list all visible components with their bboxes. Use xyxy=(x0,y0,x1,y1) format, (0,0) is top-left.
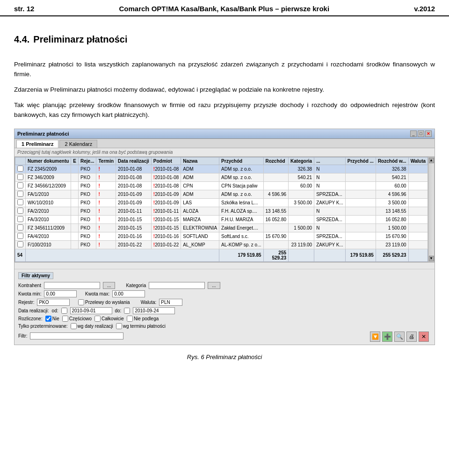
delete-icon-btn[interactable]: ✕ xyxy=(419,332,429,342)
row-rozchod xyxy=(289,207,314,215)
table-row: WK/10/2010 PKO ! 2010-01-09 !2010-01-09 … xyxy=(15,198,435,207)
col-dots[interactable]: ... xyxy=(314,157,346,165)
scroll-up-btn[interactable]: ▲ xyxy=(429,158,434,163)
row-dots xyxy=(345,215,376,224)
kwota-min-input[interactable] xyxy=(44,290,77,297)
row-data: !2010-01-08 xyxy=(151,173,181,181)
warning-icon: ! xyxy=(153,183,155,188)
nie-podlega-label-wrap: Nie podlega xyxy=(127,316,159,322)
row-checkbox-cell[interactable] xyxy=(15,165,26,173)
row-checkbox[interactable] xyxy=(17,199,23,205)
table-area: Numer dokumentu E Reje... Termin Data re… xyxy=(14,157,435,262)
wg-daty-checkbox[interactable] xyxy=(71,323,77,329)
nie-checkbox[interactable] xyxy=(45,316,51,322)
col-nazwa[interactable]: Nazwa xyxy=(181,157,219,165)
filtr-input[interactable] xyxy=(30,332,123,339)
col-przychod[interactable]: Przychód xyxy=(219,157,263,165)
row-przychod2: 15 670.90 xyxy=(376,232,408,240)
search-icon-btn[interactable]: 🔍 xyxy=(394,332,405,342)
row-checkbox[interactable] xyxy=(17,174,23,180)
kwota-max-input[interactable] xyxy=(112,290,145,297)
row-checkbox-cell[interactable] xyxy=(15,224,26,232)
row-rozchod2 xyxy=(408,181,427,190)
row-checkbox[interactable] xyxy=(17,191,23,197)
close-button[interactable]: ✕ xyxy=(425,130,432,137)
scroll-down-btn[interactable]: ▼ xyxy=(429,256,434,261)
row-checkbox-cell[interactable] xyxy=(15,240,26,249)
figure-caption: Rys. 6 Preliminarz płatności xyxy=(14,353,435,361)
minimize-button[interactable]: _ xyxy=(410,130,417,137)
row-checkbox[interactable] xyxy=(17,208,23,214)
row-checkbox[interactable] xyxy=(17,224,23,231)
col-data[interactable]: Data realizacji xyxy=(116,157,152,165)
row-kategoria: N xyxy=(314,173,346,181)
nie-podlega-checkbox[interactable] xyxy=(127,316,133,322)
od-input[interactable] xyxy=(70,307,112,314)
calkowicie-checkbox[interactable] xyxy=(94,316,101,322)
row-checkbox[interactable] xyxy=(17,182,23,188)
warning-icon: ! xyxy=(98,183,100,188)
row-kategoria: N xyxy=(314,165,346,173)
od-checkbox[interactable] xyxy=(61,308,67,314)
kategoria-btn[interactable]: ... xyxy=(208,282,220,289)
wg-daty-label: wg daty realizacji xyxy=(78,324,113,329)
col-numer[interactable]: Numer dokumentu xyxy=(26,157,71,165)
print-icon-btn[interactable]: 🖨 xyxy=(406,332,417,342)
row-rej: PKO xyxy=(79,173,96,181)
czesciowo-label: Częściowo xyxy=(69,316,92,321)
czesciowo-checkbox[interactable] xyxy=(62,316,68,322)
maximize-button[interactable]: □ xyxy=(418,130,424,137)
kontrahent-btn[interactable]: ... xyxy=(103,282,115,289)
row-termin: 2010-01-16 xyxy=(116,232,152,240)
waluta-input[interactable] xyxy=(159,299,182,306)
row-przychod xyxy=(263,165,289,173)
row-checkbox-cell[interactable] xyxy=(15,232,26,240)
paragraph-2: Zdarzenia w Preliminarzu płatności możem… xyxy=(14,85,435,95)
row-checkbox-cell[interactable] xyxy=(15,215,26,224)
kontrahent-input[interactable] xyxy=(44,282,100,289)
wg-daty-wrap: wg daty realizacji xyxy=(71,323,113,329)
kategoria-input[interactable] xyxy=(149,282,205,289)
row-checkbox[interactable] xyxy=(17,241,23,247)
row-przychod xyxy=(263,173,289,181)
rejestr-input[interactable] xyxy=(37,299,70,306)
przelewy-checkbox[interactable] xyxy=(78,299,84,305)
wg-terminu-checkbox[interactable] xyxy=(116,323,122,329)
row-checkbox-cell[interactable] xyxy=(15,173,26,181)
tab-preliminarz[interactable]: 1 Preliminarz xyxy=(16,140,58,148)
col-kategoria[interactable]: Kategoria xyxy=(289,157,314,165)
row-kategoria: SPRZEDA... xyxy=(314,232,346,240)
col-podmiot[interactable]: Podmiot xyxy=(151,157,181,165)
row-checkbox-cell[interactable] xyxy=(15,198,26,207)
col-rozchod2[interactable]: Rozchód w... xyxy=(376,157,408,165)
row-checkbox-cell[interactable] xyxy=(15,207,26,215)
calkowicie-label: Całkowicie xyxy=(101,316,124,321)
col-waluta[interactable]: Waluta xyxy=(408,157,427,165)
filter-active-row: Filtr aktywny xyxy=(18,271,431,280)
col-e[interactable]: E xyxy=(71,157,79,165)
row-rej: PKO xyxy=(79,215,96,224)
row-nazwa: Zakład Energet.... xyxy=(219,224,263,232)
row-rozchod xyxy=(289,190,314,198)
row-przychod: 13 148.55 xyxy=(263,207,289,215)
row-checkbox-cell[interactable] xyxy=(15,190,26,198)
col-termin[interactable]: Termin xyxy=(96,157,116,165)
do-input[interactable] xyxy=(133,307,175,314)
col-rej[interactable]: Reje... xyxy=(79,157,96,165)
tab-kalendarz[interactable]: 2 Kalendarz xyxy=(59,140,97,148)
scrollbar-vertical[interactable]: ▲ ▼ xyxy=(428,157,434,262)
row-checkbox-cell[interactable] xyxy=(15,181,26,190)
warning-icon: ! xyxy=(98,200,100,205)
row-checkbox[interactable] xyxy=(17,233,23,239)
row-checkbox[interactable] xyxy=(17,216,23,222)
row-checkbox[interactable] xyxy=(17,166,23,172)
do-label: do: xyxy=(115,308,122,313)
col-rozchod[interactable]: Rozchód xyxy=(263,157,289,165)
add-icon-btn[interactable]: ➕ xyxy=(382,332,392,342)
footer-waluta-empty xyxy=(408,249,427,261)
do-checkbox[interactable] xyxy=(124,308,130,314)
filtr-bottom-row: Filtr: 🔽 ➕ 🔍 🖨 ✕ xyxy=(18,331,431,343)
section-title: Preliminarz płatności xyxy=(33,34,127,45)
col-przychod2[interactable]: Przychód ... xyxy=(345,157,376,165)
filter-icon-btn[interactable]: 🔽 xyxy=(370,332,380,342)
